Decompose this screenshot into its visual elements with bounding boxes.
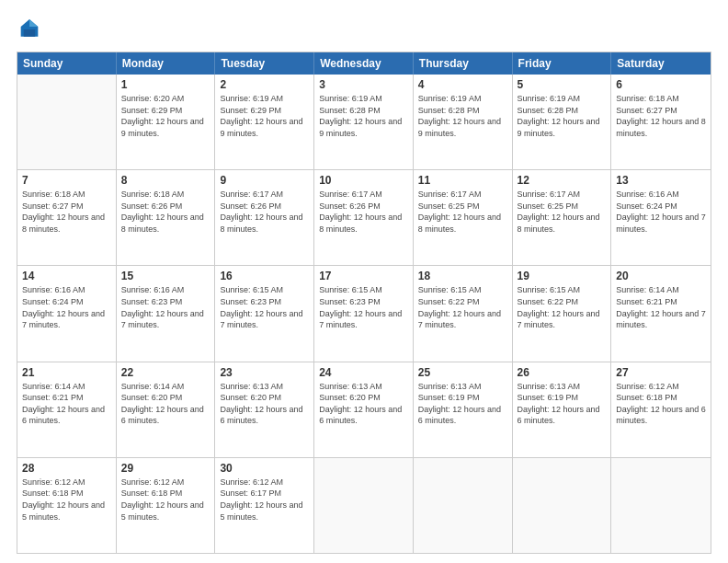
cell-sun-info: Sunrise: 6:18 AM Sunset: 6:26 PM Dayligh… (121, 189, 210, 235)
day-number: 29 (121, 462, 210, 475)
cell-sun-info: Sunrise: 6:17 AM Sunset: 6:25 PM Dayligh… (418, 189, 507, 235)
calendar-cell: 6Sunrise: 6:18 AM Sunset: 6:27 PM Daylig… (611, 75, 711, 169)
calendar-cell: 28Sunrise: 6:12 AM Sunset: 6:18 PM Dayli… (17, 458, 117, 553)
weekday-header: Thursday (414, 52, 513, 75)
calendar-cell (414, 458, 513, 553)
calendar-cell (17, 75, 117, 169)
calendar-cell: 1Sunrise: 6:20 AM Sunset: 6:29 PM Daylig… (117, 75, 216, 169)
day-number: 1 (121, 78, 210, 91)
calendar-cell: 3Sunrise: 6:19 AM Sunset: 6:28 PM Daylig… (314, 75, 414, 169)
day-number: 20 (616, 270, 706, 282)
cell-sun-info: Sunrise: 6:17 AM Sunset: 6:26 PM Dayligh… (220, 189, 309, 235)
cell-sun-info: Sunrise: 6:19 AM Sunset: 6:29 PM Dayligh… (220, 93, 309, 139)
day-number: 10 (319, 174, 408, 187)
calendar-cell: 20Sunrise: 6:14 AM Sunset: 6:21 PM Dayli… (611, 266, 711, 361)
day-number: 11 (418, 174, 507, 187)
cell-sun-info: Sunrise: 6:15 AM Sunset: 6:22 PM Dayligh… (418, 284, 507, 330)
cell-sun-info: Sunrise: 6:13 AM Sunset: 6:19 PM Dayligh… (418, 381, 507, 427)
calendar-cell: 29Sunrise: 6:12 AM Sunset: 6:18 PM Dayli… (117, 458, 216, 553)
calendar-cell: 5Sunrise: 6:19 AM Sunset: 6:28 PM Daylig… (513, 75, 612, 169)
day-number: 22 (121, 366, 210, 379)
svg-rect-2 (24, 29, 35, 37)
cell-sun-info: Sunrise: 6:16 AM Sunset: 6:24 PM Dayligh… (22, 284, 111, 330)
day-number: 17 (319, 270, 408, 282)
cell-sun-info: Sunrise: 6:14 AM Sunset: 6:20 PM Dayligh… (121, 381, 210, 427)
calendar-cell: 18Sunrise: 6:15 AM Sunset: 6:22 PM Dayli… (414, 266, 513, 361)
calendar-cell: 27Sunrise: 6:12 AM Sunset: 6:18 PM Dayli… (611, 362, 711, 457)
cell-sun-info: Sunrise: 6:14 AM Sunset: 6:21 PM Dayligh… (22, 381, 111, 427)
calendar-row: 28Sunrise: 6:12 AM Sunset: 6:18 PM Dayli… (17, 457, 711, 553)
calendar-row: 21Sunrise: 6:14 AM Sunset: 6:21 PM Dayli… (17, 362, 711, 457)
day-number: 16 (220, 270, 309, 282)
day-number: 2 (220, 78, 309, 91)
calendar-cell: 4Sunrise: 6:19 AM Sunset: 6:28 PM Daylig… (414, 75, 513, 169)
cell-sun-info: Sunrise: 6:17 AM Sunset: 6:25 PM Dayligh… (518, 189, 607, 235)
cell-sun-info: Sunrise: 6:13 AM Sunset: 6:20 PM Dayligh… (319, 381, 408, 427)
day-number: 28 (22, 462, 111, 475)
calendar-cell: 17Sunrise: 6:15 AM Sunset: 6:23 PM Dayli… (314, 266, 414, 361)
cell-sun-info: Sunrise: 6:12 AM Sunset: 6:17 PM Dayligh… (220, 477, 309, 523)
day-number: 30 (220, 462, 309, 475)
day-number: 7 (22, 174, 111, 187)
cell-sun-info: Sunrise: 6:20 AM Sunset: 6:29 PM Dayligh… (121, 93, 210, 139)
day-number: 4 (418, 78, 507, 91)
calendar-cell: 10Sunrise: 6:17 AM Sunset: 6:26 PM Dayli… (314, 170, 414, 265)
weekday-header: Monday (117, 52, 216, 75)
cell-sun-info: Sunrise: 6:19 AM Sunset: 6:28 PM Dayligh… (518, 93, 607, 139)
calendar-cell: 11Sunrise: 6:17 AM Sunset: 6:25 PM Dayli… (414, 170, 513, 265)
weekday-header: Friday (513, 52, 612, 75)
cell-sun-info: Sunrise: 6:14 AM Sunset: 6:21 PM Dayligh… (616, 284, 706, 330)
calendar-cell (314, 458, 414, 553)
calendar-cell: 15Sunrise: 6:16 AM Sunset: 6:23 PM Dayli… (117, 266, 216, 361)
cell-sun-info: Sunrise: 6:16 AM Sunset: 6:24 PM Dayligh… (616, 189, 706, 235)
day-number: 26 (518, 366, 607, 379)
calendar-cell: 24Sunrise: 6:13 AM Sunset: 6:20 PM Dayli… (314, 362, 414, 457)
calendar-row: 7Sunrise: 6:18 AM Sunset: 6:27 PM Daylig… (17, 169, 711, 265)
day-number: 13 (616, 174, 706, 187)
cell-sun-info: Sunrise: 6:13 AM Sunset: 6:20 PM Dayligh… (220, 381, 309, 427)
calendar-header: SundayMondayTuesdayWednesdayThursdayFrid… (17, 52, 711, 75)
calendar-cell: 14Sunrise: 6:16 AM Sunset: 6:24 PM Dayli… (17, 266, 117, 361)
page-header (17, 17, 711, 42)
calendar-row: 1Sunrise: 6:20 AM Sunset: 6:29 PM Daylig… (17, 75, 711, 169)
day-number: 14 (22, 270, 111, 282)
day-number: 19 (518, 270, 607, 282)
day-number: 3 (319, 78, 408, 91)
cell-sun-info: Sunrise: 6:13 AM Sunset: 6:19 PM Dayligh… (518, 381, 607, 427)
cell-sun-info: Sunrise: 6:15 AM Sunset: 6:23 PM Dayligh… (220, 284, 309, 330)
calendar-body: 1Sunrise: 6:20 AM Sunset: 6:29 PM Daylig… (17, 75, 711, 553)
cell-sun-info: Sunrise: 6:17 AM Sunset: 6:26 PM Dayligh… (319, 189, 408, 235)
calendar-cell (611, 458, 711, 553)
calendar-row: 14Sunrise: 6:16 AM Sunset: 6:24 PM Dayli… (17, 265, 711, 361)
day-number: 18 (418, 270, 507, 282)
cell-sun-info: Sunrise: 6:19 AM Sunset: 6:28 PM Dayligh… (319, 93, 408, 139)
cell-sun-info: Sunrise: 6:19 AM Sunset: 6:28 PM Dayligh… (418, 93, 507, 139)
cell-sun-info: Sunrise: 6:12 AM Sunset: 6:18 PM Dayligh… (616, 381, 706, 427)
logo-icon (17, 17, 42, 42)
weekday-header: Tuesday (215, 52, 314, 75)
day-number: 12 (518, 174, 607, 187)
day-number: 27 (616, 366, 706, 379)
calendar-cell: 8Sunrise: 6:18 AM Sunset: 6:26 PM Daylig… (117, 170, 216, 265)
calendar-cell: 13Sunrise: 6:16 AM Sunset: 6:24 PM Dayli… (611, 170, 711, 265)
cell-sun-info: Sunrise: 6:15 AM Sunset: 6:22 PM Dayligh… (518, 284, 607, 330)
cell-sun-info: Sunrise: 6:12 AM Sunset: 6:18 PM Dayligh… (22, 477, 111, 523)
weekday-header: Sunday (17, 52, 117, 75)
calendar-cell: 7Sunrise: 6:18 AM Sunset: 6:27 PM Daylig… (17, 170, 117, 265)
calendar: SundayMondayTuesdayWednesdayThursdayFrid… (17, 52, 711, 554)
day-number: 23 (220, 366, 309, 379)
svg-marker-1 (29, 19, 38, 27)
calendar-cell: 23Sunrise: 6:13 AM Sunset: 6:20 PM Dayli… (215, 362, 314, 457)
calendar-cell: 19Sunrise: 6:15 AM Sunset: 6:22 PM Dayli… (513, 266, 612, 361)
day-number: 25 (418, 366, 507, 379)
calendar-cell: 21Sunrise: 6:14 AM Sunset: 6:21 PM Dayli… (17, 362, 117, 457)
calendar-cell: 26Sunrise: 6:13 AM Sunset: 6:19 PM Dayli… (513, 362, 612, 457)
cell-sun-info: Sunrise: 6:18 AM Sunset: 6:27 PM Dayligh… (616, 93, 706, 139)
calendar-cell: 25Sunrise: 6:13 AM Sunset: 6:19 PM Dayli… (414, 362, 513, 457)
calendar-cell: 22Sunrise: 6:14 AM Sunset: 6:20 PM Dayli… (117, 362, 216, 457)
cell-sun-info: Sunrise: 6:15 AM Sunset: 6:23 PM Dayligh… (319, 284, 408, 330)
cell-sun-info: Sunrise: 6:18 AM Sunset: 6:27 PM Dayligh… (22, 189, 111, 235)
calendar-cell: 12Sunrise: 6:17 AM Sunset: 6:25 PM Dayli… (513, 170, 612, 265)
day-number: 5 (518, 78, 607, 91)
day-number: 21 (22, 366, 111, 379)
